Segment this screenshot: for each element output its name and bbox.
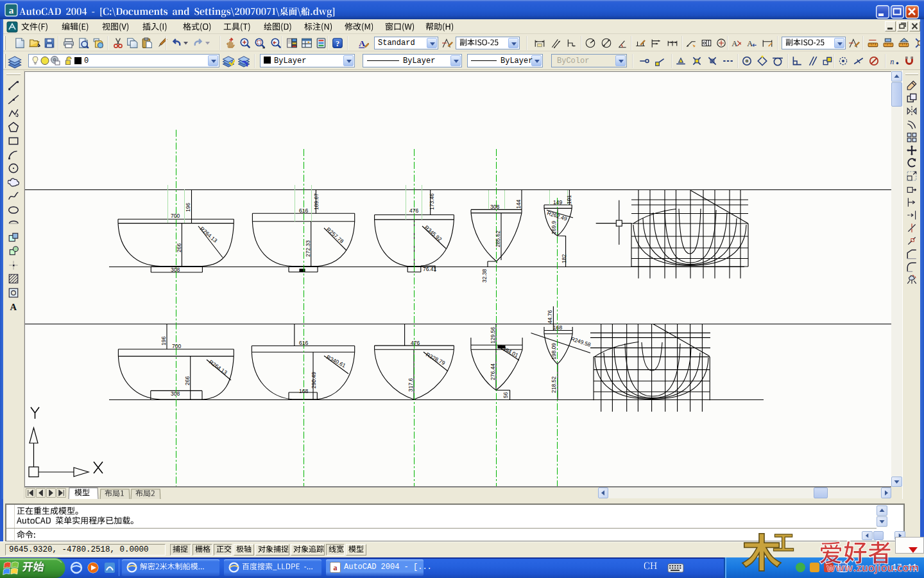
svg-text:476: 476 <box>411 340 420 346</box>
svg-text:308: 308 <box>171 390 180 397</box>
svg-text:476: 476 <box>409 207 418 214</box>
svg-text:290.49: 290.49 <box>311 372 317 389</box>
svg-text:101: 101 <box>566 195 572 204</box>
svg-text:a: a <box>334 563 338 572</box>
svg-text:56: 56 <box>502 392 509 398</box>
svg-text:218.52: 218.52 <box>551 376 557 393</box>
svg-text:R394.01: R394.01 <box>498 344 519 359</box>
svg-text:R345.92: R345.92 <box>424 224 443 243</box>
svg-text:168: 168 <box>553 324 562 331</box>
svg-text:317.6: 317.6 <box>407 378 414 392</box>
svg-text:189.67: 189.67 <box>313 193 320 210</box>
svg-text:R264.13: R264.13 <box>208 358 228 376</box>
svg-text:173.46: 173.46 <box>429 193 435 210</box>
svg-text:32.38: 32.38 <box>481 268 488 283</box>
svg-text:n: n <box>890 57 894 66</box>
svg-text:169.9: 169.9 <box>551 220 557 234</box>
svg-text:196: 196 <box>185 203 191 212</box>
svg-text:129.56: 129.56 <box>490 327 496 344</box>
svg-text:308: 308 <box>490 204 499 210</box>
svg-text:R340.61: R340.61 <box>325 354 346 369</box>
svg-text:A: A <box>747 39 753 48</box>
svg-text:168: 168 <box>299 388 308 394</box>
svg-text:44.76: 44.76 <box>547 310 553 324</box>
svg-text:144: 144 <box>515 200 522 209</box>
svg-text:266: 266 <box>184 376 191 385</box>
svg-text:196: 196 <box>160 337 167 346</box>
svg-text:266: 266 <box>176 243 182 252</box>
svg-text:?: ? <box>336 39 339 48</box>
svg-text:198.09: 198.09 <box>551 343 557 360</box>
svg-text:a: a <box>9 5 14 15</box>
svg-text:285.62: 285.62 <box>495 231 501 247</box>
svg-text:182: 182 <box>561 254 567 263</box>
svg-text:A: A <box>359 39 365 48</box>
svg-text:149: 149 <box>553 199 562 206</box>
svg-text:R249.58: R249.58 <box>570 335 592 348</box>
svg-text:A: A <box>732 39 737 48</box>
svg-text:616: 616 <box>299 207 308 214</box>
svg-text:308: 308 <box>171 267 180 273</box>
svg-text:R264.13: R264.13 <box>199 225 219 244</box>
svg-text:700: 700 <box>172 343 181 349</box>
svg-text:616: 616 <box>299 340 308 346</box>
svg-text:700: 700 <box>171 213 180 219</box>
svg-text:276.44: 276.44 <box>490 363 496 380</box>
svg-text:R257.78: R257.78 <box>325 226 345 245</box>
svg-text:272.33: 272.33 <box>305 240 311 257</box>
svg-text:A: A <box>10 302 17 312</box>
svg-text:R328.79: R328.79 <box>425 351 446 367</box>
svg-text:76.41: 76.41 <box>423 266 437 272</box>
